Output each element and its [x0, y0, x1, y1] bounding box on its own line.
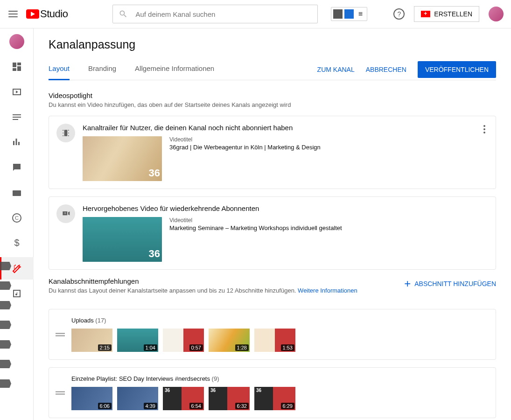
- playlist-title: Einzelne Playlist: SEO Day Interviews #n…: [71, 375, 488, 382]
- spotlight-desc: Du kannst ein Video hinzufügen, das oben…: [49, 101, 496, 108]
- sections-title: Kanalabschnittempfehlungen: [49, 277, 357, 285]
- youtube-icon: [26, 9, 39, 19]
- trailer-card: Kanaltrailer für Nutzer, die deinen Kana…: [49, 116, 496, 189]
- float-icon-7[interactable]: [0, 379, 11, 388]
- help-icon[interactable]: ?: [393, 8, 405, 20]
- featured-content: 36 Videotitel Marketing Seminare – Marke…: [83, 217, 488, 262]
- playlist-thumb[interactable]: 6:29: [254, 387, 295, 410]
- create-label: ERSTELLEN: [434, 10, 472, 18]
- nav-comments[interactable]: [0, 156, 34, 179]
- logo-text: Studio: [40, 8, 68, 20]
- playlist-thumb[interactable]: 4:39: [117, 387, 158, 410]
- float-icon-6[interactable]: [0, 360, 11, 368]
- sidebar: C $: [0, 28, 34, 420]
- film-icon: [56, 124, 75, 142]
- playlist-thumb[interactable]: 6:06: [71, 387, 112, 410]
- nav-content[interactable]: [0, 81, 34, 103]
- featured-video-title: Marketing Seminare – Marketing Workshops…: [169, 224, 342, 231]
- svg-point-6: [18, 267, 19, 268]
- tab-layout[interactable]: Layout: [49, 59, 70, 80]
- svg-text:C: C: [15, 215, 19, 221]
- ext-icon-3[interactable]: ≡: [356, 9, 365, 19]
- svg-text:$: $: [14, 238, 19, 248]
- upload-thumb[interactable]: 2:15: [71, 329, 112, 352]
- nav-dashboard[interactable]: [0, 56, 34, 78]
- sections-desc: Du kannst das Layout deiner Kanalstartse…: [49, 287, 357, 294]
- view-channel-button[interactable]: ZUM KANAL: [317, 66, 355, 73]
- trailer-menu-icon[interactable]: [479, 124, 490, 135]
- sections-header-text: Kanalabschnittempfehlungen Du kannst das…: [49, 277, 357, 301]
- nav-playlists[interactable]: [0, 106, 34, 128]
- upload-thumb[interactable]: 1:28: [209, 329, 250, 352]
- float-icon-1[interactable]: [0, 262, 11, 270]
- page-title: Kanalanpassung: [49, 38, 496, 51]
- menu-toggle-icon[interactable]: [7, 8, 19, 20]
- svg-point-5: [20, 266, 21, 267]
- meta-label: Videotitel: [169, 217, 342, 224]
- cancel-button[interactable]: ABBRECHEN: [366, 66, 406, 73]
- page-actions: ZUM KANAL ABBRECHEN VERÖFFENTLICHEN: [317, 61, 496, 78]
- search-box[interactable]: [112, 5, 318, 23]
- video-add-icon: +: [56, 204, 75, 223]
- float-icon-2[interactable]: [0, 281, 11, 290]
- trailer-video-title: 36grad | Die Werbeagentur in Köln | Mark…: [169, 144, 321, 151]
- tab-basic-info[interactable]: Allgemeine Informationen: [135, 59, 214, 80]
- thumb-badge: 36: [149, 167, 160, 179]
- search-input[interactable]: [135, 10, 312, 18]
- create-video-icon: [421, 11, 430, 17]
- channel-avatar[interactable]: [9, 34, 24, 49]
- float-icon-4[interactable]: [0, 321, 11, 329]
- playlist-thumb[interactable]: 6:54: [163, 387, 204, 410]
- nav-copyright[interactable]: C: [0, 207, 34, 229]
- search-container: [112, 5, 318, 23]
- app-header: Studio ≡ ? ERSTELLEN: [0, 0, 511, 28]
- user-avatar[interactable]: [489, 7, 504, 21]
- featured-meta: Videotitel Marketing Seminare – Marketin…: [169, 217, 342, 262]
- featured-heading: Hervorgehobenes Video für wiederkehrende…: [83, 204, 488, 212]
- upload-thumb[interactable]: 1:53: [254, 329, 295, 352]
- svg-rect-0: [13, 190, 21, 196]
- plus-icon: +: [404, 277, 411, 290]
- uploads-title: Uploads (17): [71, 317, 488, 324]
- uploads-section: Uploads (17) 2:15 1:04 0:57 1:28 1:53: [49, 309, 496, 360]
- trailer-thumbnail[interactable]: 36: [83, 136, 162, 181]
- drag-handle-icon[interactable]: [56, 333, 65, 336]
- featured-card: + Hervorgehobenes Video für wiederkehren…: [49, 196, 496, 270]
- playlist-section: Einzelne Playlist: SEO Day Interviews #n…: [49, 367, 496, 418]
- upload-thumb[interactable]: 1:04: [117, 329, 158, 352]
- trailer-heading: Kanaltrailer für Nutzer, die deinen Kana…: [83, 124, 488, 132]
- spotlight-title: Videospotlight: [49, 91, 496, 99]
- drag-handle-icon[interactable]: [56, 391, 65, 394]
- uploads-thumbs: 2:15 1:04 0:57 1:28 1:53: [71, 329, 488, 352]
- tabs: Layout Branding Allgemeine Informationen: [49, 59, 214, 80]
- float-icon-5[interactable]: [0, 340, 11, 349]
- more-info-link[interactable]: Weitere Informationen: [298, 287, 357, 294]
- ext-icon-2[interactable]: [344, 9, 354, 19]
- featured-body: Hervorgehobenes Video für wiederkehrende…: [83, 204, 488, 262]
- create-button[interactable]: ERSTELLEN: [414, 6, 479, 22]
- trailer-body: Kanaltrailer für Nutzer, die deinen Kana…: [83, 124, 488, 181]
- upload-thumb[interactable]: 0:57: [163, 329, 204, 352]
- search-icon: [119, 9, 128, 19]
- trailer-content: 36 Videotitel 36grad | Die Werbeagentur …: [83, 136, 488, 181]
- add-section-button[interactable]: + ABSCHNITT HINZUFÜGEN: [404, 277, 496, 290]
- svg-text:+: +: [64, 211, 66, 216]
- add-section-label: ABSCHNITT HINZUFÜGEN: [414, 280, 496, 287]
- thumb-badge: 36: [149, 248, 160, 260]
- extension-icons[interactable]: ≡: [331, 7, 367, 21]
- content-area: Kanalanpassung Layout Branding Allgemein…: [34, 28, 511, 420]
- nav-monetization[interactable]: $: [0, 232, 34, 254]
- main-layout: C $ Kanalanpassung Layout Branding Allge…: [0, 28, 511, 420]
- tabs-row: Layout Branding Allgemeine Informationen…: [49, 59, 496, 80]
- publish-button[interactable]: VERÖFFENTLICHEN: [418, 61, 496, 78]
- featured-thumbnail[interactable]: 36: [83, 217, 162, 262]
- trailer-meta: Videotitel 36grad | Die Werbeagentur in …: [169, 136, 321, 181]
- header-actions: ? ERSTELLEN: [393, 6, 504, 22]
- nav-subtitles[interactable]: [0, 182, 34, 204]
- nav-analytics[interactable]: [0, 131, 34, 154]
- float-icon-3[interactable]: [0, 301, 11, 309]
- playlist-thumb[interactable]: 6:32: [209, 387, 250, 410]
- studio-logo[interactable]: Studio: [26, 8, 68, 20]
- ext-icon-1[interactable]: [333, 9, 343, 19]
- tab-branding[interactable]: Branding: [88, 59, 116, 80]
